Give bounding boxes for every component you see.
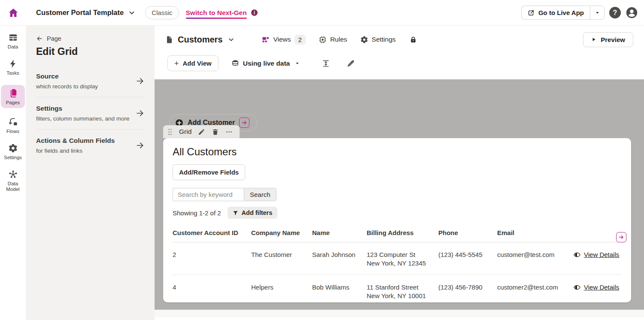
tab-settings[interactable]: Settings	[360, 36, 396, 44]
preview-button[interactable]: Preview	[583, 32, 633, 47]
cell-name: Bob Williams	[312, 275, 367, 303]
cell-account-id: 4	[173, 275, 251, 303]
cell-address: 123 Computer StNew York, NY 12345	[367, 242, 438, 275]
back-label: Page	[47, 35, 61, 42]
cell-account-id: 2	[173, 242, 251, 275]
rail-label-settings: Settings	[4, 155, 22, 160]
table-header-row: Customer Account ID Company Name Name Bi…	[173, 225, 622, 242]
back-to-page-link[interactable]: Page	[36, 35, 144, 42]
home-icon[interactable]	[8, 7, 19, 18]
view-details-link[interactable]: View Details	[584, 283, 619, 291]
settings-title: Settings	[36, 105, 130, 112]
col-customer-account-id: Customer Account ID	[173, 225, 251, 242]
rail-item-settings[interactable]: Settings	[1, 143, 25, 160]
live-data-dropdown[interactable]: Using live data	[231, 60, 300, 67]
views-count-badge: 2	[295, 35, 306, 45]
gear-icon	[8, 143, 18, 153]
pages-icon	[8, 88, 18, 98]
results-summary-row: Showing 1-2 of 2 Add filters	[173, 207, 622, 219]
add-remove-fields-button[interactable]: Add/Remove Fields	[173, 164, 245, 180]
arrow-right-icon	[136, 141, 144, 150]
search-input[interactable]	[173, 188, 244, 201]
views-icon	[261, 36, 270, 44]
lock-icon[interactable]	[410, 36, 417, 43]
help-icon: ?	[613, 9, 617, 17]
rail-label-data-model: Data Model	[1, 181, 25, 192]
rail-label-pages: Pages	[6, 100, 20, 106]
row-height-icon[interactable]	[322, 59, 330, 68]
page-chevron-icon[interactable]	[228, 36, 235, 43]
cell-address: 11 Stanford StreetNew York, NY 10001	[367, 275, 438, 303]
arrow-right-icon	[618, 234, 624, 240]
classic-badge: Classic	[145, 6, 179, 19]
switch-to-nextgen-link[interactable]: Switch to Next-Gen	[186, 9, 247, 17]
info-icon[interactable]	[251, 9, 258, 16]
back-arrow-icon	[36, 35, 43, 42]
row-drilldown-button[interactable]	[616, 232, 626, 242]
canvas-footer-gap	[155, 317, 644, 320]
rail-item-data[interactable]: Data	[1, 33, 25, 50]
left-nav-rail: Data Tasks Pages Flows Settings Data Mod…	[0, 26, 26, 320]
grid-view-toolbar: Grid	[163, 125, 240, 138]
cell-phone: (123) 445-5545	[438, 242, 497, 275]
rail-label-flows: Flows	[6, 129, 19, 134]
rail-item-pages[interactable]: Pages	[1, 85, 25, 108]
add-view-button[interactable]: + Add View	[167, 55, 219, 71]
go-to-live-app-label: Go to Live App	[538, 9, 584, 16]
app-switcher-chevron-icon[interactable]	[128, 9, 136, 17]
cell-email: customer@test.com	[497, 242, 573, 275]
view-toolbar: + Add View Using live data	[155, 51, 644, 79]
lightning-bolt-icon	[8, 59, 18, 69]
drag-handle-icon[interactable]	[167, 128, 173, 136]
more-options-icon[interactable]	[225, 128, 233, 136]
go-to-live-app-button[interactable]: Go to Live App	[521, 6, 590, 20]
eye-icon	[573, 251, 581, 259]
tab-rules[interactable]: Rules	[319, 36, 347, 44]
actions-title: Actions & Column Fields	[36, 137, 115, 145]
page-canvas: Add Customer Grid All Customers Add/Remo…	[155, 79, 644, 310]
panel-item-actions-column-fields[interactable]: Actions & Column Fields for fields and l…	[36, 129, 144, 161]
edit-grid-panel: Page Edit Grid Source which records to d…	[26, 26, 155, 320]
cell-name: Sarah Johnson	[312, 242, 367, 275]
grid-tab-label: Grid	[179, 128, 191, 136]
add-customer-drilldown-button[interactable]	[239, 118, 249, 128]
caret-down-icon	[295, 60, 300, 66]
col-email: Email	[497, 225, 573, 242]
source-subtitle: which records to display	[36, 83, 98, 90]
rail-label-data: Data	[8, 44, 18, 50]
user-avatar-icon[interactable]	[626, 6, 638, 19]
views-label: Views	[273, 36, 291, 43]
data-model-graph-icon	[8, 169, 18, 179]
grid-title: All Customers	[173, 146, 622, 158]
panel-title: Edit Grid	[36, 46, 144, 57]
edit-pencil-icon[interactable]	[198, 128, 205, 136]
panel-item-source[interactable]: Source which records to display	[36, 65, 144, 97]
help-button[interactable]: ?	[609, 7, 621, 18]
database-icon	[231, 60, 239, 67]
caret-down-icon	[595, 10, 600, 15]
search-row: Search	[173, 188, 622, 201]
preview-label: Preview	[601, 36, 625, 43]
tab-views[interactable]: Views 2	[261, 35, 305, 45]
design-mode-off-icon[interactable]	[346, 59, 355, 68]
customers-table: Customer Account ID Company Name Name Bi…	[173, 225, 622, 302]
rail-item-flows[interactable]: Flows	[1, 117, 25, 134]
search-button[interactable]: Search	[244, 188, 276, 201]
external-link-icon	[528, 9, 535, 16]
panel-item-settings[interactable]: Settings filters, column summaries, and …	[36, 97, 144, 129]
flows-icon	[8, 117, 18, 127]
trash-icon[interactable]	[212, 128, 219, 136]
settings-gear-icon	[360, 36, 368, 44]
rail-item-tasks[interactable]: Tasks	[1, 59, 25, 76]
table-row: 4 Helpers Bob Williams 11 Stanford Stree…	[173, 275, 622, 303]
source-title: Source	[36, 72, 98, 80]
arrow-right-icon	[136, 77, 144, 85]
go-to-live-app-dropdown-button[interactable]	[590, 6, 605, 20]
view-details-link[interactable]: View Details	[584, 251, 619, 259]
col-billing-address: Billing Address	[367, 225, 438, 242]
page-document-icon	[165, 36, 173, 44]
rail-item-data-model[interactable]: Data Model	[1, 169, 25, 192]
add-filters-button[interactable]: Add filters	[228, 207, 278, 219]
cell-company: The Customer	[251, 242, 312, 275]
add-view-label: Add View	[183, 60, 212, 67]
